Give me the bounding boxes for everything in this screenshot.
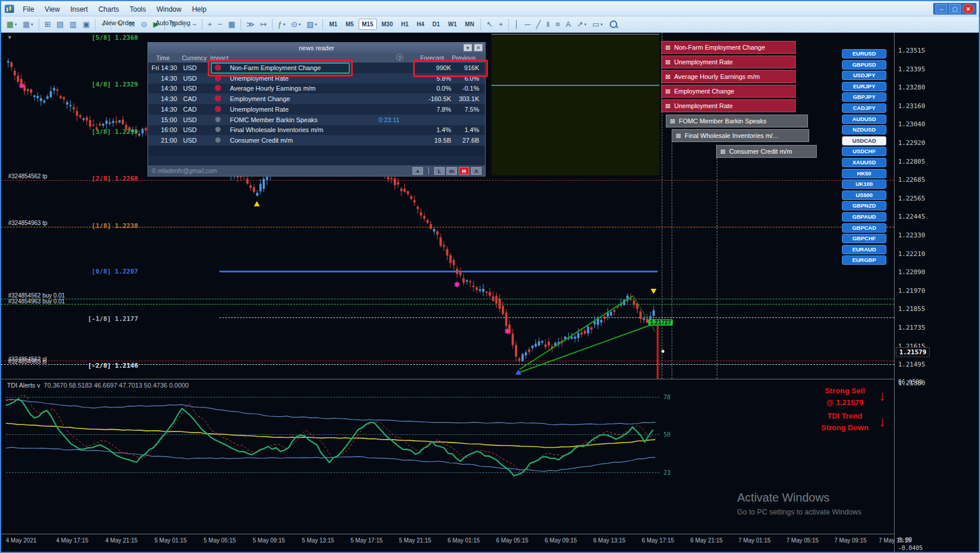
schedule-button[interactable]: ⊙ ▾ <box>139 18 150 31</box>
symbol-button[interactable]: GBPNZD <box>842 201 886 210</box>
menu-item[interactable]: File <box>18 4 39 15</box>
toolbar-separator[interactable] <box>39 19 39 30</box>
collapse-button[interactable]: ▾ <box>463 44 472 51</box>
symbol-button[interactable]: EURGBP <box>842 255 886 265</box>
symbol-button[interactable]: EURUSD <box>842 49 886 58</box>
impact-filter-button[interactable]: A <box>471 167 482 175</box>
close-button[interactable]: ✕ <box>962 4 974 13</box>
terminal-button[interactable]: ▣ ▾ <box>80 18 92 31</box>
periods-button[interactable]: ⊙ ▾ <box>288 18 302 31</box>
symbol-button[interactable]: EURAUD <box>842 245 886 254</box>
news-event-banner[interactable]: ⊠ Unemployment Rate <box>661 56 796 68</box>
symbol-button[interactable]: NZDUSD <box>842 125 886 134</box>
price-axis[interactable]: 1.235151.233951.232801.231601.230401.229… <box>894 33 980 553</box>
impact-filter-button[interactable]: m <box>446 167 457 175</box>
toolbar-separator[interactable] <box>322 19 323 30</box>
cursor-button[interactable]: ↖ ▾ <box>484 18 495 31</box>
close-panel-button[interactable]: ✕ <box>474 44 483 51</box>
dropdown-caret-icon[interactable]: ▾ <box>15 22 17 27</box>
wedge-lower-line[interactable] <box>520 325 651 372</box>
dropdown-caret-icon[interactable]: ▾ <box>31 22 33 27</box>
toolbar-separator[interactable] <box>95 19 95 30</box>
toolbar-separator[interactable] <box>508 19 509 30</box>
symbol-button[interactable]: XAUUSD <box>842 158 886 167</box>
symbol-button[interactable]: GBPCAD <box>842 223 886 233</box>
menu-item[interactable]: Window <box>152 4 187 15</box>
wedge-close-line[interactable] <box>633 296 655 332</box>
toolbar-separator[interactable] <box>202 19 202 30</box>
horizontal-line-button[interactable]: ─ ▾ <box>522 18 532 31</box>
news-event-banner[interactable]: ⊠ FOMC Member Barkin Speaks <box>666 115 808 127</box>
symbol-button[interactable]: CADJPY <box>842 103 886 113</box>
search-icon[interactable] <box>609 20 618 29</box>
toolbar-separator[interactable] <box>272 19 273 30</box>
news-event-banner[interactable]: ⊠ Unemployment Rate <box>661 99 796 112</box>
wedge-upper-line[interactable] <box>520 296 633 369</box>
dropdown-caret-icon[interactable]: ▾ <box>298 22 301 27</box>
news-row[interactable]: 14:30 CAD Unemployment Rate 7.8% 7.5% <box>148 104 485 115</box>
timeframe-button[interactable]: H1 <box>397 19 412 30</box>
news-row[interactable]: 14:30 USD Average Hourly Earnings m/m 0.… <box>148 84 485 94</box>
news-row[interactable]: 15:00 USD FOMC Member Barkin Speaks 0:23… <box>148 115 485 125</box>
maximize-button[interactable]: ▢ <box>949 4 961 13</box>
autotrading-button[interactable]: ▶ AutoTrading ▾ <box>151 18 161 31</box>
news-event-banner[interactable]: ⊠ Final Wholesale Inventories m/... <box>672 129 809 142</box>
symbol-button[interactable]: EURJPY <box>842 82 886 91</box>
timeframe-button[interactable]: M1 <box>326 19 341 30</box>
help-icon[interactable]: ? <box>396 54 403 61</box>
news-event-banner[interactable]: ⊠ Average Hourly Earnings m/m <box>661 70 796 83</box>
symbol-button[interactable]: GBPCHF <box>842 234 886 243</box>
dropdown-caret-icon[interactable]: ▾ <box>600 22 603 27</box>
tdi-indicator-panel[interactable]: TDI Alerts v70.3670 58.5183 46.6697 47.7… <box>1 379 894 534</box>
chart-profiles-button[interactable]: ▦ ▾ <box>20 18 36 31</box>
menu-item[interactable]: Charts <box>93 4 124 15</box>
dropdown-caret-icon[interactable]: ▾ <box>283 22 286 27</box>
timeframe-button[interactable]: H4 <box>413 19 428 30</box>
symbol-button[interactable]: US500 <box>842 191 886 200</box>
minimize-button[interactable]: – <box>936 4 947 13</box>
trendline-button[interactable]: ╱ ▾ <box>534 18 543 31</box>
zoom-out-button[interactable]: − ▾ <box>215 18 225 31</box>
news-reader-titlebar[interactable]: news reader ▾ ✕ <box>148 43 485 53</box>
dropdown-caret-icon[interactable]: ▾ <box>315 22 317 27</box>
market-watch-button[interactable]: ⊞ ▾ <box>42 18 53 31</box>
dropdown-caret-icon[interactable]: ▾ <box>584 22 587 27</box>
menu-item[interactable]: Insert <box>65 4 93 15</box>
news-row[interactable]: 14:30 CAD Employment Change -160.5K 303.… <box>148 94 485 104</box>
impact-filter-button[interactable]: L <box>434 167 445 175</box>
impact-filter-button[interactable]: H <box>459 167 469 175</box>
timeframe-button[interactable]: W1 <box>445 19 460 30</box>
news-row[interactable]: 16:00 USD Final Wholesale Inventories m/… <box>148 125 485 136</box>
menu-item[interactable]: View <box>39 4 65 15</box>
symbol-button[interactable]: GBPAUD <box>842 212 886 222</box>
fibonacci-button[interactable]: ≡ ▾ <box>553 18 562 31</box>
news-event-banner[interactable]: ⊠ Employment Change <box>661 85 796 98</box>
text-label-button[interactable]: A ▾ <box>563 18 573 31</box>
tick-chart-button[interactable]: ~ ▾ <box>190 18 199 31</box>
shapes-tool-button[interactable]: ▭ ▾ <box>590 18 605 31</box>
arrows-tool-button[interactable]: ↗ ▾ <box>575 18 589 31</box>
symbol-button[interactable]: HK50 <box>842 169 886 178</box>
news-event-banner[interactable]: ⊠ Consumer Credit m/m <box>716 145 817 158</box>
symbol-button[interactable]: USDCAD <box>842 136 886 146</box>
news-row[interactable]: 21:00 USD Consumer Credit m/m 19.5B 27.6… <box>148 135 485 146</box>
tile-windows-button[interactable]: ▦ ▾ <box>226 18 238 31</box>
time-axis[interactable]: 4 May 20214 May 17:154 May 21:155 May 01… <box>1 534 894 553</box>
timeframe-button[interactable]: D1 <box>429 19 443 30</box>
symbol-button[interactable]: UK100 <box>842 179 886 189</box>
timeframe-button[interactable]: MN <box>462 19 478 30</box>
templates-button[interactable]: ▧ ▾ <box>304 18 319 31</box>
timeframe-button[interactable]: M30 <box>378 19 396 30</box>
menu-item[interactable]: Help <box>187 4 212 15</box>
auto-scroll-button[interactable]: ≫ ▾ <box>244 18 257 31</box>
symbol-button[interactable]: USDCHF <box>842 147 886 156</box>
news-event-banner[interactable]: ⊠ Non-Farm Employment Change <box>661 41 796 54</box>
price-chart[interactable]: ▾ [5/8] 1.2360[4/8] 1.2329[3/8] 1.2299 <box>1 33 894 379</box>
menu-item[interactable]: Tools <box>125 4 152 15</box>
symbol-button[interactable]: GBPJPY <box>842 92 886 102</box>
timeframe-button[interactable]: M15 <box>359 19 377 30</box>
toolbar-separator[interactable] <box>240 19 241 30</box>
tdi-canvas[interactable] <box>1 379 894 535</box>
symbol-button[interactable]: AUDUSD <box>842 115 886 124</box>
vertical-line-button[interactable]: │ ▾ <box>512 18 521 31</box>
